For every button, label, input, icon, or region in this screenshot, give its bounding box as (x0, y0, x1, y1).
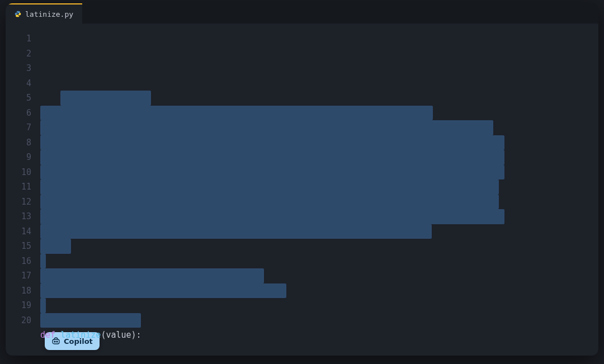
svg-rect-0 (53, 339, 59, 344)
selection (40, 224, 432, 239)
line-number: 6 (6, 106, 31, 121)
tab-bar: latinize.py (6, 3, 598, 23)
selection (40, 106, 433, 121)
line-number: 19 (6, 298, 31, 313)
line-number: 10 (6, 165, 31, 180)
line-number: 18 (6, 283, 31, 299)
line-number: 13 (6, 209, 31, 224)
selection (40, 298, 46, 313)
line-number: 4 (6, 76, 31, 91)
code-line: def latinize(value): (40, 328, 439, 343)
line-number: 8 (6, 135, 31, 150)
line-number-gutter: 1 2 3 4 5 6 7 8 9 10 11 12 13 14 15 16 1… (6, 31, 40, 356)
editor-window: latinize.py 1 2 3 4 5 6 7 8 9 10 11 12 1… (6, 3, 598, 356)
line-number: 12 (6, 195, 31, 210)
line-number: 15 (6, 239, 31, 254)
selection (40, 209, 504, 224)
line-number: 11 (6, 179, 31, 195)
selection (40, 120, 493, 135)
python-icon (15, 11, 21, 17)
selection (40, 179, 499, 195)
line-number: 16 (6, 254, 31, 269)
selection (40, 313, 141, 328)
selection (40, 195, 499, 210)
line-number: 5 (6, 91, 31, 106)
svg-point-2 (56, 341, 58, 342)
line-number: 3 (6, 61, 31, 76)
line-number: 14 (6, 224, 31, 239)
tab-filename: latinize.py (25, 10, 73, 18)
tab-latinize[interactable]: latinize.py (6, 3, 82, 23)
line-number: 2 (6, 46, 31, 62)
selection (40, 135, 504, 150)
selection (40, 283, 286, 299)
code-content[interactable]: def latinize(value): """ Converts (trans… (40, 31, 439, 356)
selection (40, 254, 46, 269)
selection (40, 268, 264, 283)
line-number: 20 (6, 313, 31, 328)
line-number: 9 (6, 150, 31, 165)
selection (40, 239, 71, 254)
selection (60, 91, 151, 106)
selection (40, 150, 504, 165)
svg-point-1 (54, 341, 55, 342)
line-number: 17 (6, 268, 31, 283)
line-number: 1 (6, 31, 31, 46)
selection (40, 165, 504, 180)
editor-area[interactable]: 1 2 3 4 5 6 7 8 9 10 11 12 13 14 15 16 1… (6, 23, 598, 356)
line-number: 7 (6, 120, 31, 135)
